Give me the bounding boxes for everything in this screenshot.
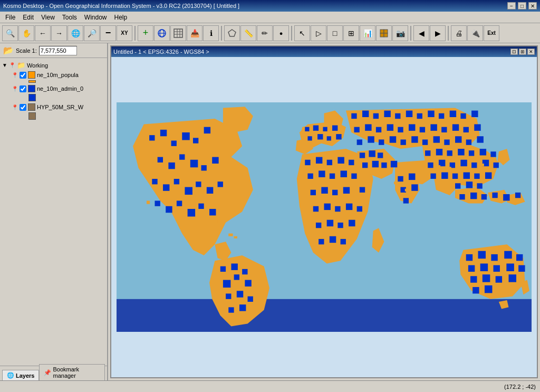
svg-rect-177 [362, 162, 368, 168]
svg-rect-162 [516, 254, 523, 261]
ext-button[interactable]: Ext [484, 25, 499, 41]
svg-rect-52 [239, 304, 246, 311]
svg-rect-108 [441, 127, 447, 132]
list-item[interactable]: 📍 HYP_50M_SR_W [1, 102, 106, 112]
svg-rect-115 [390, 136, 396, 142]
svg-rect-159 [478, 251, 486, 259]
svg-rect-180 [391, 161, 397, 167]
svg-rect-22 [204, 127, 210, 133]
menu-file[interactable]: File [2, 13, 18, 22]
list-item[interactable]: 📍 ne_10m_popula [1, 70, 106, 80]
scale-input[interactable] [39, 46, 77, 55]
menu-help[interactable]: Help [111, 13, 131, 22]
wms-button[interactable] [154, 25, 170, 41]
globe-button[interactable]: 🌐 [68, 25, 83, 41]
svg-rect-116 [400, 139, 406, 145]
tab-layers[interactable]: 🌐 Layers [2, 370, 39, 380]
svg-rect-55 [323, 127, 327, 131]
svg-rect-150 [466, 181, 472, 188]
info-button[interactable]: ℹ [203, 25, 219, 41]
list-item[interactable]: 📍 ne_10m_admin_0 [1, 84, 106, 93]
menu-window[interactable]: Window [81, 13, 110, 22]
svg-rect-157 [515, 193, 520, 198]
zoom-out-button[interactable]: − [100, 25, 116, 41]
zoom-in-button[interactable]: 🔍 [2, 25, 18, 41]
table-button[interactable] [170, 25, 186, 41]
box-select-button[interactable]: □ [327, 25, 343, 41]
layers-tab-label: Layers [16, 372, 34, 379]
toolbar-layer-group: + 📥 ℹ [138, 25, 219, 41]
map-maximize-button[interactable]: ⊞ [519, 49, 526, 55]
coordinates: (172.2 ; -42) [504, 384, 536, 390]
svg-rect-12 [384, 33, 388, 37]
svg-rect-141 [464, 173, 470, 179]
layer-group-working[interactable]: ▼ 📍 📁 Working [1, 60, 106, 70]
tab-bookmarks[interactable]: 📌 Bookmark manager [39, 364, 105, 380]
svg-rect-95 [428, 111, 434, 117]
svg-rect-131 [428, 162, 433, 168]
svg-rect-44 [242, 269, 247, 274]
map-close-button[interactable]: ✕ [527, 49, 535, 55]
zoom-rect-button[interactable]: 🔎 [84, 25, 100, 41]
map-titlebar-controls[interactable]: ⊡ ⊞ ✕ [510, 49, 535, 55]
svg-rect-42 [220, 266, 226, 272]
plugin-button[interactable]: 🔌 [467, 25, 483, 41]
svg-rect-59 [327, 136, 331, 140]
svg-rect-15 [228, 234, 233, 236]
menu-view[interactable]: View [38, 13, 58, 22]
redo-button[interactable]: ▶ [430, 25, 446, 41]
edit-geom-button[interactable]: ✏ [257, 25, 273, 41]
svg-rect-60 [336, 134, 341, 139]
grid-button[interactable]: ⊞ [343, 25, 359, 41]
layer1-name: ne_10m_popula [37, 72, 79, 78]
feature-select-button[interactable]: ▷ [311, 25, 326, 41]
minimize-button[interactable]: − [507, 2, 516, 9]
menu-edit[interactable]: Edit [20, 13, 37, 22]
map-titlebar: Untitled - 1 < EPSG:4326 - WGS84 > ⊡ ⊞ ✕ [111, 46, 537, 57]
svg-rect-144 [398, 176, 403, 181]
back-button[interactable]: ← [35, 25, 51, 41]
pan-button[interactable]: ✋ [18, 25, 34, 41]
chart-button[interactable]: 📊 [360, 25, 375, 41]
map-title: Untitled - 1 < EPSG:4326 - WGS84 > [113, 49, 209, 55]
forward-button[interactable]: → [51, 25, 67, 41]
layer2-checkbox[interactable] [20, 85, 26, 92]
svg-rect-160 [491, 254, 497, 261]
svg-rect-45 [223, 280, 230, 288]
maximize-button[interactable]: □ [518, 2, 526, 9]
svg-rect-79 [346, 204, 352, 210]
svg-rect-93 [406, 111, 412, 117]
print-button[interactable]: 🖨 [451, 25, 467, 41]
photo-button[interactable]: 📷 [392, 25, 408, 41]
spatial-button[interactable] [376, 25, 392, 41]
arrow-select-button[interactable]: ↖ [294, 25, 310, 41]
svg-rect-192 [481, 164, 484, 166]
svg-rect-57 [307, 136, 312, 140]
layer1-checkbox[interactable] [20, 72, 26, 79]
folder-icon: 📁 [17, 61, 25, 69]
open-folder-icon[interactable]: 📂 [3, 45, 14, 55]
map-area[interactable] [111, 57, 537, 377]
menu-tools[interactable]: Tools [59, 13, 80, 22]
select-polygon-button[interactable] [224, 25, 240, 41]
add-layer-button[interactable]: + [138, 25, 153, 41]
svg-rect-190 [438, 165, 440, 168]
svg-rect-50 [248, 297, 253, 302]
title-bar-controls[interactable]: − □ ✕ [507, 2, 537, 9]
svg-rect-175 [369, 150, 375, 157]
svg-rect-32 [185, 187, 192, 195]
layer3-checkbox[interactable] [20, 104, 26, 111]
map-minimize-button[interactable]: ⊡ [510, 49, 518, 55]
node-button[interactable]: ● [273, 25, 289, 41]
undo-button[interactable]: ◀ [413, 25, 429, 41]
import-button[interactable]: 📥 [187, 25, 202, 41]
svg-rect-77 [324, 204, 331, 210]
svg-rect-56 [332, 126, 338, 131]
svg-rect-193 [498, 160, 500, 162]
measure-button[interactable]: 📏 [240, 25, 256, 41]
svg-rect-154 [481, 194, 487, 199]
svg-rect-34 [207, 187, 213, 194]
close-button[interactable]: ✕ [528, 2, 537, 9]
svg-rect-97 [450, 111, 456, 117]
xy-button[interactable]: XY [117, 25, 132, 41]
